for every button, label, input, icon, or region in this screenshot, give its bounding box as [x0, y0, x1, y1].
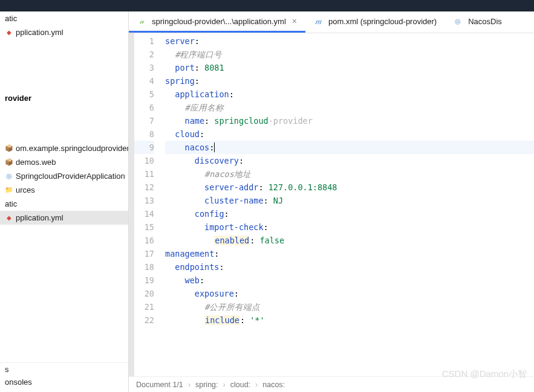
sidebar-item[interactable]: atic	[0, 11, 128, 25]
sidebar-item[interactable]: om.example.springcloudprovider	[0, 141, 128, 155]
code-token: #程序端口号	[175, 50, 222, 59]
code-token: server	[165, 36, 195, 46]
sidebar-item-label: pplication.yml	[16, 28, 63, 37]
code-token	[165, 275, 185, 285]
line-number[interactable]: 2	[134, 48, 154, 61]
sidebar-upper: aticpplication.yml rovider om.example.sp…	[0, 11, 128, 362]
nacos-icon	[454, 17, 462, 25]
code-line[interactable]: nacos:	[165, 141, 534, 154]
editor-tab[interactable]: pom.xml (springcloud-provider)	[305, 11, 445, 33]
code-line[interactable]: exposure:	[165, 287, 534, 300]
code-editor[interactable]: server: #程序端口号 port: 8081spring: applica…	[161, 33, 534, 376]
line-number[interactable]: 22	[134, 313, 154, 327]
code-line[interactable]: spring:	[165, 74, 534, 88]
line-number[interactable]: 19	[134, 274, 154, 287]
line-number[interactable]: 8	[134, 127, 154, 141]
code-line[interactable]: import-check:	[165, 220, 534, 234]
code-line[interactable]: endpoints:	[165, 260, 534, 274]
code-line[interactable]: server-addr: 127.0.0.1:8848	[165, 181, 534, 194]
line-number[interactable]: 4	[134, 74, 154, 88]
code-token: discovery	[195, 156, 239, 165]
breadcrumb-doc: Document 1/1	[136, 381, 183, 389]
code-line[interactable]: #应用名称	[165, 101, 534, 114]
line-number[interactable]: 17	[134, 247, 154, 260]
line-number[interactable]: 9	[134, 141, 154, 154]
code-token	[165, 196, 204, 205]
code-token: :	[250, 236, 259, 245]
line-number[interactable]: 14	[134, 207, 154, 220]
sidebar-bottom-item[interactable]: onsoles	[0, 376, 128, 388]
pkg-icon	[5, 144, 13, 153]
chevron-right-icon: ›	[223, 381, 226, 389]
breadcrumb-segment[interactable]: cloud:	[230, 381, 250, 389]
sidebar-item[interactable]: pplication.yml	[0, 211, 128, 225]
code-line[interactable]: cloud:	[165, 127, 534, 141]
code-line[interactable]: port: 8081	[165, 61, 534, 74]
sidebar-item-label: onsoles	[5, 378, 32, 387]
sidebar-item[interactable]: SpringcloudProviderApplication	[0, 169, 128, 183]
pkg-icon	[5, 158, 13, 167]
line-number[interactable]: 3	[134, 61, 154, 74]
line-number[interactable]: 10	[134, 154, 154, 167]
sidebar-module-heading[interactable]: rovider	[0, 91, 128, 105]
line-number[interactable]: 21	[134, 300, 154, 313]
code-line[interactable]: include: '*'	[165, 313, 534, 327]
editor-tab[interactable]: NacosDis	[445, 11, 510, 33]
sidebar-item[interactable]: demos.web	[0, 155, 128, 169]
code-token	[165, 222, 204, 232]
sidebar-item[interactable]: urces	[0, 183, 128, 197]
editor-tab[interactable]: springcloud-provider\...\application.yml…	[129, 11, 305, 33]
line-number[interactable]: 20	[134, 287, 154, 300]
line-number[interactable]: 15	[134, 220, 154, 234]
sidebar-item[interactable]: atic	[0, 197, 128, 211]
sidebar-bottom-item[interactable]: s	[0, 363, 128, 376]
code-line[interactable]: web:	[165, 274, 534, 287]
code-token	[165, 143, 185, 152]
code-token: import-check	[204, 222, 264, 232]
line-number[interactable]: 13	[134, 194, 154, 207]
close-icon[interactable]: ×	[292, 16, 297, 26]
code-token	[165, 50, 175, 59]
code-token: cluster-name	[204, 196, 264, 205]
code-token: port	[175, 63, 195, 72]
breadcrumb-segment[interactable]: nacos:	[262, 381, 285, 389]
sidebar-item[interactable]: pplication.yml	[0, 25, 128, 39]
code-token	[165, 169, 204, 179]
code-token: server-addr	[204, 182, 258, 192]
tab-label: NacosDis	[468, 17, 502, 26]
line-number[interactable]: 5	[134, 88, 154, 101]
code-token: cloud	[175, 129, 200, 139]
line-number[interactable]: 11	[134, 167, 154, 181]
code-token: -provider	[269, 116, 313, 126]
editor-tabs: springcloud-provider\...\application.yml…	[129, 11, 534, 33]
code-line[interactable]: #公开所有端点	[165, 300, 534, 313]
code-line[interactable]: management:	[165, 247, 534, 260]
line-number[interactable]: 18	[134, 260, 154, 274]
line-number[interactable]: 12	[134, 181, 154, 194]
gutter-scroll[interactable]	[129, 33, 134, 376]
sidebar-item-label: pplication.yml	[16, 213, 63, 222]
code-token	[165, 302, 204, 312]
line-number[interactable]: 1	[134, 34, 154, 48]
code-token	[165, 182, 204, 192]
breadcrumb-segment[interactable]: spring:	[195, 381, 218, 389]
line-number[interactable]: 7	[134, 114, 154, 127]
code-line[interactable]: server:	[165, 34, 534, 48]
code-line[interactable]: application:	[165, 88, 534, 101]
code-line[interactable]: #程序端口号	[165, 48, 534, 61]
sidebar-bottom: sonsoles	[0, 362, 128, 392]
code-token: springcloud	[214, 116, 268, 126]
line-number[interactable]: 6	[134, 101, 154, 114]
code-token	[165, 315, 204, 325]
java-icon	[5, 172, 13, 181]
code-line[interactable]: config:	[165, 207, 534, 220]
code-line[interactable]: cluster-name: NJ	[165, 194, 534, 207]
code-token: #应用名称	[185, 103, 224, 112]
code-token: spring	[165, 76, 195, 86]
code-line[interactable]: #nacos地址	[165, 167, 534, 181]
code-line[interactable]: name: springcloud-provider	[165, 114, 534, 127]
code-line[interactable]: enabled: false	[165, 234, 534, 247]
chevron-right-icon: ›	[188, 381, 190, 389]
code-line[interactable]: discovery:	[165, 154, 534, 167]
line-number[interactable]: 16	[134, 234, 154, 247]
